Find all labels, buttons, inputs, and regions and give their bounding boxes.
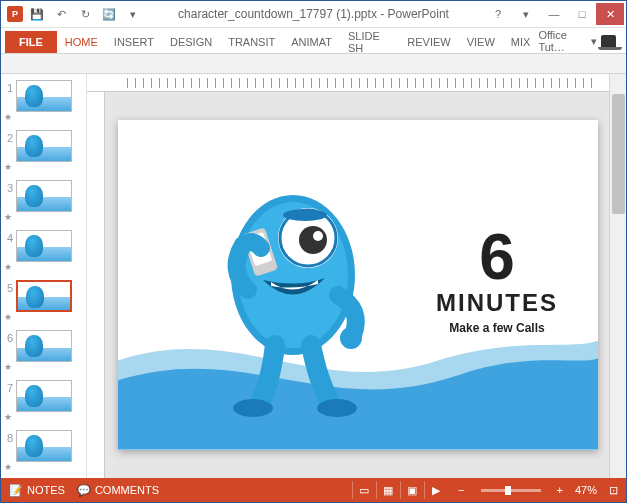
slide-thumbnail[interactable] xyxy=(16,130,72,162)
laptop-icon xyxy=(601,35,616,47)
countdown-subtitle: Make a few Calls xyxy=(436,321,558,335)
save-button[interactable]: 💾 xyxy=(27,4,47,24)
reading-view-button[interactable]: ▣ xyxy=(400,481,422,499)
ribbon-options-button[interactable]: ▾ xyxy=(512,3,540,25)
slide[interactable]: 6 MINUTES Make a few Calls xyxy=(118,120,598,450)
zoom-in-button[interactable]: + xyxy=(557,484,563,496)
normal-view-button[interactable]: ▭ xyxy=(352,481,374,499)
app-icon: P xyxy=(7,6,23,22)
tab-insert[interactable]: INSERT xyxy=(106,31,162,53)
qat-dropdown[interactable]: ▾ xyxy=(123,4,143,24)
animation-star-icon: ★ xyxy=(4,194,12,222)
svg-point-11 xyxy=(317,399,357,417)
svg-point-10 xyxy=(233,399,273,417)
ribbon-body xyxy=(1,54,626,74)
tab-review[interactable]: REVIEW xyxy=(399,31,458,53)
zoom-level[interactable]: 47% xyxy=(575,484,597,496)
animation-star-icon: ★ xyxy=(4,394,12,422)
window-title: character_countdown_17797 (1).pptx - Pow… xyxy=(143,7,484,21)
animation-star-icon: ★ xyxy=(4,444,12,472)
monster-character xyxy=(193,160,393,420)
comments-button[interactable]: 💬 COMMENTS xyxy=(77,484,159,497)
thumb-number: 2 xyxy=(3,130,13,144)
thumb-number: 4 xyxy=(3,230,13,244)
tab-transitions[interactable]: TRANSIT xyxy=(220,31,283,53)
redo-button[interactable]: ↻ xyxy=(75,4,95,24)
horizontal-ruler xyxy=(87,74,609,92)
help-button[interactable]: ? xyxy=(484,3,512,25)
fit-to-window-button[interactable]: ⊡ xyxy=(609,484,618,497)
slide-thumbnail[interactable] xyxy=(16,180,72,212)
scrollbar-thumb[interactable] xyxy=(612,94,625,214)
thumb-number: 5 xyxy=(3,280,13,294)
slide-thumbnail[interactable] xyxy=(16,330,72,362)
animation-star-icon: ★ xyxy=(4,294,12,322)
close-button[interactable]: ✕ xyxy=(596,3,624,25)
startover-button[interactable]: 🔄 xyxy=(99,4,119,24)
slideshow-view-button[interactable]: ▶ xyxy=(424,481,446,499)
slide-canvas-area[interactable]: 6 MINUTES Make a few Calls xyxy=(87,92,609,478)
tab-animations[interactable]: ANIMAT xyxy=(283,31,340,53)
sorter-view-button[interactable]: ▦ xyxy=(376,481,398,499)
thumb-number: 1 xyxy=(3,80,13,94)
thumb-number: 7 xyxy=(3,380,13,394)
countdown-number: 6 xyxy=(436,225,558,289)
slide-thumbnail[interactable] xyxy=(16,430,72,462)
zoom-slider[interactable] xyxy=(481,489,541,492)
file-tab[interactable]: FILE xyxy=(5,31,57,53)
svg-point-9 xyxy=(340,327,362,349)
tab-mix[interactable]: MIX xyxy=(503,31,539,53)
maximize-button[interactable]: □ xyxy=(568,3,596,25)
slide-thumbnail[interactable] xyxy=(16,230,72,262)
svg-point-5 xyxy=(313,231,323,241)
thumb-number: 3 xyxy=(3,180,13,194)
undo-button[interactable]: ↶ xyxy=(51,4,71,24)
slide-thumbnail[interactable] xyxy=(16,380,72,412)
tab-view[interactable]: VIEW xyxy=(459,31,503,53)
animation-star-icon: ★ xyxy=(4,94,12,122)
svg-point-4 xyxy=(299,226,327,254)
animation-star-icon: ★ xyxy=(4,344,12,372)
animation-star-icon: ★ xyxy=(4,244,12,272)
zoom-out-button[interactable]: − xyxy=(458,484,464,496)
notes-button[interactable]: 📝 NOTES xyxy=(9,484,65,497)
thumb-number: 6 xyxy=(3,330,13,344)
slide-thumbnail[interactable] xyxy=(16,280,72,312)
slide-thumbnail[interactable] xyxy=(16,80,72,112)
slide-thumbnails-panel[interactable]: 1★2★3★4★5★6★7★8★9★ xyxy=(1,74,87,478)
minimize-button[interactable]: — xyxy=(540,3,568,25)
tab-slideshow[interactable]: SLIDE SH xyxy=(340,31,399,53)
vertical-scrollbar[interactable] xyxy=(609,74,626,478)
svg-point-6 xyxy=(283,209,327,221)
countdown-unit: MINUTES xyxy=(436,289,558,317)
tab-design[interactable]: DESIGN xyxy=(162,31,220,53)
account-label[interactable]: Office Tut… xyxy=(538,29,587,53)
tab-home[interactable]: HOME xyxy=(57,31,106,53)
animation-star-icon: ★ xyxy=(4,144,12,172)
thumb-number: 8 xyxy=(3,430,13,444)
